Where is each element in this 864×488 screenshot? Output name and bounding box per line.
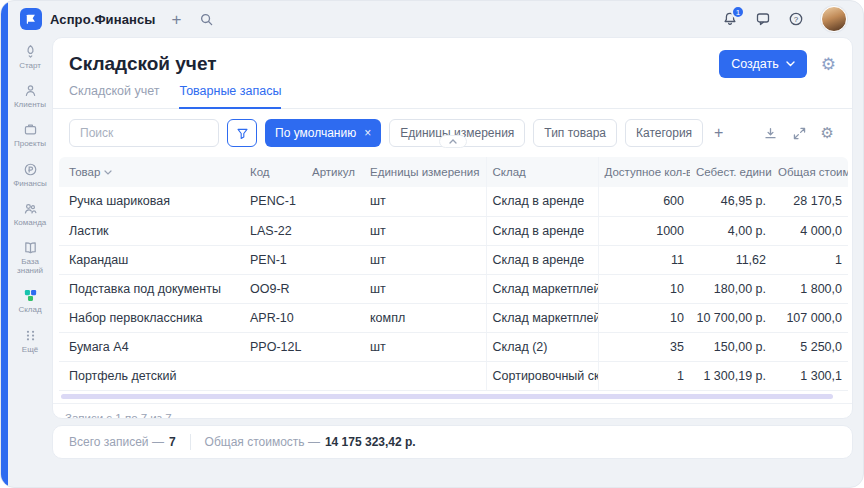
search-input[interactable] (69, 119, 219, 147)
rocket-icon (23, 44, 38, 59)
cell-warehouse: Склад в аренде (486, 245, 598, 274)
cell-qty: 10 (598, 303, 690, 332)
cell-qty: 10 (598, 274, 690, 303)
sidebar-label: Финансы (13, 179, 47, 188)
total-records-value: 7 (169, 435, 176, 449)
cell-unit (364, 361, 486, 390)
cell-warehouse: Сортировочный скла (486, 361, 598, 390)
global-search-icon[interactable] (199, 12, 214, 27)
total-cost-label: Общая стоимость — (205, 435, 320, 449)
sidebar-item-more[interactable]: Ещё (9, 325, 51, 357)
collapse-filters-button[interactable] (439, 135, 467, 148)
cell-product: Карандаш (59, 245, 244, 274)
records-count: Записи с 1 по 7 из 7 (53, 403, 852, 420)
cell-total: 5 250,0 (772, 332, 848, 361)
sidebar-item-team[interactable]: Команда (9, 198, 51, 230)
notification-badge: 1 (731, 5, 745, 19)
sort-chevron-icon (104, 170, 112, 175)
quick-add-button[interactable]: + (171, 11, 181, 28)
cell-warehouse: Склад (2) (486, 332, 598, 361)
table-row[interactable]: Портфель детский Сортировочный скла 1 1 … (59, 361, 848, 390)
summary-divider (190, 434, 191, 450)
total-records-label: Всего записей — (69, 435, 164, 449)
column-header-product[interactable]: Товар (59, 157, 244, 187)
cell-warehouse: Склад маркетплейса (486, 274, 598, 303)
cell-unit-cost: 150,00 р. (690, 332, 772, 361)
sidebar-item-warehouse[interactable]: Склад (9, 285, 51, 317)
cell-unit-cost: 4,00 р. (690, 216, 772, 245)
sidebar-item-start[interactable]: Старт (9, 41, 51, 73)
cell-unit: шт (364, 245, 486, 274)
cell-unit: шт (364, 332, 486, 361)
total-records: Всего записей — 7 (69, 435, 176, 449)
cell-total: 1 (772, 245, 848, 274)
expand-icon[interactable] (792, 126, 807, 141)
cell-product: Ластик (59, 216, 244, 245)
filter-chip-category[interactable]: Категория (625, 119, 703, 147)
download-icon[interactable] (763, 126, 778, 141)
cell-unit: шт (364, 216, 486, 245)
sidebar: Старт Клиенты Проекты Финансы (8, 41, 52, 357)
help-icon: ? (788, 11, 804, 27)
column-header-code: Код (244, 157, 306, 187)
cell-warehouse: Склад в аренде (486, 187, 598, 216)
default-filter-pill[interactable]: По умолчанию × (265, 119, 381, 147)
cell-product: Подставка под документы (59, 274, 244, 303)
sidebar-item-projects[interactable]: Проекты (9, 119, 51, 151)
page-settings-gear-icon[interactable]: ⚙ (821, 56, 836, 73)
table-row[interactable]: Набор первоклассника APR-10 компл Склад … (59, 303, 848, 332)
cell-article (306, 332, 364, 361)
cell-total: 1 300,1 (772, 361, 848, 390)
table-settings-gear-icon[interactable]: ⚙ (821, 126, 834, 141)
tab-inventory[interactable]: Товарные запасы (179, 84, 281, 109)
left-accent-edge (1, 1, 8, 487)
total-cost: Общая стоимость — 14 175 323,42 р. (205, 435, 416, 449)
cell-unit: шт (364, 274, 486, 303)
clear-filter-icon[interactable]: × (364, 127, 371, 139)
table-row[interactable]: Бумага А4 PPO-12L шт Склад (2) 35 150,00… (59, 332, 848, 361)
cell-article (306, 216, 364, 245)
horizontal-scrollbar[interactable] (61, 394, 833, 399)
cell-unit-cost: 1 300,19 р. (690, 361, 772, 390)
total-cost-value: 14 175 323,42 р. (325, 435, 416, 449)
cell-unit: компл (364, 303, 486, 332)
filter-chip-product-type[interactable]: Тип товара (533, 119, 617, 147)
funnel-icon (236, 127, 249, 140)
sidebar-item-knowledge-base[interactable]: База знаний (9, 237, 51, 278)
cell-product: Ручка шариковая (59, 187, 244, 216)
filter-button[interactable] (227, 119, 257, 147)
user-avatar[interactable] (821, 6, 847, 32)
inventory-table: Товар Код Артикул Единицы измерения Скла… (59, 157, 846, 391)
cell-total: 28 170,5 (772, 187, 848, 216)
table-row[interactable]: Ластик LAS-22 шт Склад в аренде 1000 4,0… (59, 216, 848, 245)
summary-bar: Всего записей — 7 Общая стоимость — 14 1… (52, 425, 853, 459)
app-logo[interactable] (20, 8, 42, 30)
messenger-button[interactable] (755, 11, 771, 27)
logo-flag-icon (24, 12, 38, 26)
table-actions: ⚙ (763, 126, 842, 141)
table-row[interactable]: Карандаш PEN-1 шт Склад в аренде 11 11,6… (59, 245, 848, 274)
tab-warehouse-accounting[interactable]: Складской учет (69, 84, 159, 108)
cell-article (306, 245, 364, 274)
cell-total: 107 000,0 (772, 303, 848, 332)
cell-warehouse: Склад маркетплейса (486, 303, 598, 332)
sidebar-item-clients[interactable]: Клиенты (9, 80, 51, 112)
filter-toolbar: По умолчанию × Единицы измерения Тип тов… (53, 109, 852, 157)
notifications-button[interactable]: 1 (722, 11, 738, 27)
page-title: Складской учет (69, 53, 217, 75)
table-row[interactable]: Подставка под документы OO9-R шт Склад м… (59, 274, 848, 303)
create-button[interactable]: Создать (719, 50, 807, 78)
chevron-up-icon (449, 139, 457, 144)
cell-product: Бумага А4 (59, 332, 244, 361)
people-icon (23, 201, 38, 216)
help-button[interactable]: ? (788, 11, 804, 27)
topbar-right: 1 ? (722, 6, 847, 32)
cell-qty: 35 (598, 332, 690, 361)
cell-product: Набор первоклассника (59, 303, 244, 332)
sidebar-label: Старт (19, 61, 41, 70)
sidebar-label: Клиенты (14, 100, 46, 109)
table-row[interactable]: Ручка шариковая PENC-1 шт Склад в аренде… (59, 187, 848, 216)
column-header-available-qty: Доступное кол-во (598, 157, 690, 187)
add-filter-button[interactable]: + (714, 125, 723, 141)
sidebar-item-finance[interactable]: Финансы (9, 159, 51, 191)
